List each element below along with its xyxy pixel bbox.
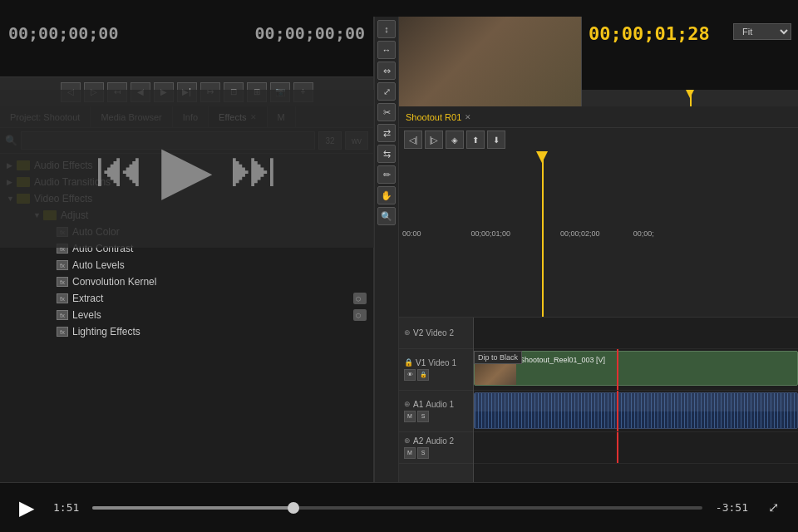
a1-s-btn[interactable]: S bbox=[417, 411, 429, 422]
mark-out-btn[interactable]: ▷ bbox=[84, 82, 104, 102]
tl-add-marker-btn[interactable]: ◈ bbox=[446, 131, 464, 149]
tab-project[interactable]: Project: Shootout bbox=[0, 106, 91, 127]
effects-32-btn[interactable]: 32 bbox=[318, 131, 342, 150]
effect-icon: fx bbox=[57, 310, 68, 320]
tree-lighting-effects[interactable]: fx Lighting Effects bbox=[0, 323, 373, 340]
tab-m[interactable]: M bbox=[268, 106, 296, 127]
razor-tool-btn[interactable]: ✂ bbox=[377, 103, 396, 121]
transition-label: Dip to Black bbox=[474, 351, 522, 364]
tree-extract[interactable]: fx Extract ⬡ bbox=[0, 290, 373, 307]
slip-tool-btn[interactable]: ⇄ bbox=[377, 124, 396, 142]
tab-effects-close[interactable]: ✕ bbox=[250, 113, 257, 121]
track-label-a2: ⊕ A2 Audio 2 M S bbox=[399, 432, 473, 464]
mark-in-btn[interactable]: ◁ bbox=[61, 82, 81, 102]
tab-info[interactable]: Info bbox=[173, 106, 209, 127]
folder-icon bbox=[17, 194, 30, 204]
play-btn[interactable]: ▶ bbox=[154, 82, 174, 102]
tree-audio-transitions[interactable]: ▶ Audio Transitions bbox=[0, 174, 373, 190]
effects-tree: ▶ Audio Effects ▶ Audio Transitions ▼ Vi… bbox=[0, 154, 373, 482]
tl-mark-out-btn[interactable]: |▷ bbox=[425, 131, 443, 149]
playhead-a2 bbox=[617, 432, 618, 463]
tools-panel: ↕ ↔ ⇔ ⤢ ✂ ⇄ ⇆ ✏ ✋ 🔍 bbox=[374, 17, 399, 482]
goto-in-btn[interactable]: ↤ bbox=[107, 82, 127, 102]
effect-icon: fx bbox=[57, 277, 68, 287]
track-row-v1: Dip to Black Shootout_Reel01_003 [V] bbox=[474, 349, 798, 391]
ripple-edit-tool-btn[interactable]: ↔ bbox=[377, 41, 396, 59]
track-label-v1: 🔒 V1 Video 1 👁 🔒 bbox=[399, 349, 473, 391]
waveform-a1-lower bbox=[475, 411, 797, 428]
clip-label-v1: Shootout_Reel01_003 [V] bbox=[516, 352, 608, 385]
export-btn[interactable]: 📷 bbox=[270, 82, 290, 102]
tl-extract-btn[interactable]: ⬇ bbox=[487, 131, 505, 149]
effect-icon: fx bbox=[57, 327, 68, 337]
tree-levels[interactable]: fx Levels ⬡ bbox=[0, 307, 373, 323]
sync-icon-v1: 🔒 bbox=[404, 358, 413, 367]
fullscreen-button[interactable]: ⤢ bbox=[761, 496, 785, 520]
track-row-a2 bbox=[474, 432, 798, 464]
tree-auto-color[interactable]: fx Auto Color bbox=[0, 224, 373, 240]
arrow-icon: ▶ bbox=[7, 161, 17, 170]
effects-search-input[interactable] bbox=[21, 131, 315, 150]
pen-tool-btn[interactable]: ✏ bbox=[377, 165, 396, 184]
effect-icon: fx bbox=[57, 293, 68, 303]
rolling-edit-tool-btn[interactable]: ⇔ bbox=[377, 62, 396, 80]
effects-wv-btn[interactable]: wv bbox=[345, 131, 368, 150]
step-fwd-btn[interactable]: ▶| bbox=[177, 82, 197, 102]
a1-m-btn[interactable]: M bbox=[404, 411, 416, 422]
selection-tool-btn[interactable]: ↕ bbox=[377, 20, 396, 38]
preview-top: 00;00;00;00 00;00;00;00 ◁ ▷ ↤ ◀ ▶ ▶| ↦ ⊡… bbox=[0, 17, 373, 106]
timeline-tab-row: Shootout R01 ✕ bbox=[399, 106, 798, 128]
tracks-area: Dip to Black Shootout_Reel01_003 [V] bbox=[474, 318, 798, 483]
timecode-right-top: 00;00;00;00 bbox=[255, 23, 365, 43]
sync-icon-a2: ⊕ bbox=[404, 436, 411, 445]
insert-btn[interactable]: ⊡ bbox=[224, 82, 244, 102]
v2-label: V2 bbox=[413, 328, 423, 337]
slide-tool-btn[interactable]: ⇆ bbox=[377, 145, 396, 163]
audio-clip-a1[interactable] bbox=[474, 392, 798, 429]
hand-tool-btn[interactable]: ✋ bbox=[377, 186, 396, 204]
preview-controls: ◁ ▷ ↤ ◀ ▶ ▶| ↦ ⊡ ⊞ 📷 + bbox=[0, 76, 373, 106]
v1-lock-btn[interactable]: 🔒 bbox=[417, 369, 429, 381]
play-button-main[interactable]: ▶ bbox=[13, 495, 40, 521]
video1-label: Video 1 bbox=[428, 358, 456, 367]
tl-mark-in-btn[interactable]: ◁| bbox=[404, 131, 422, 149]
track-row-a1 bbox=[474, 391, 798, 432]
tree-auto-levels[interactable]: fx Auto Levels bbox=[0, 257, 373, 273]
arrow-icon: ▼ bbox=[7, 195, 17, 203]
timeline-main: ⊕ V2 Video 2 🔒 V1 Video 1 bbox=[399, 318, 798, 483]
tab-effects[interactable]: Effects ✕ bbox=[209, 106, 267, 127]
tree-adjust[interactable]: ▼ Adjust bbox=[0, 207, 373, 224]
audio2-label: Audio 2 bbox=[426, 436, 454, 446]
zoom-tool-btn[interactable]: 🔍 bbox=[377, 207, 396, 225]
tree-video-effects[interactable]: ▼ Video Effects bbox=[0, 190, 373, 207]
rate-stretch-tool-btn[interactable]: ⤢ bbox=[377, 82, 396, 101]
a1-label: A1 bbox=[413, 400, 423, 409]
fit-dropdown[interactable]: Fit bbox=[733, 23, 791, 40]
goto-out-btn[interactable]: ↦ bbox=[200, 82, 220, 102]
svg-text:⬡: ⬡ bbox=[356, 296, 361, 302]
tree-audio-effects[interactable]: ▶ Audio Effects bbox=[0, 157, 373, 174]
folder-icon bbox=[43, 210, 57, 220]
progress-thumb[interactable] bbox=[288, 502, 299, 514]
a2-m-btn[interactable]: M bbox=[404, 447, 416, 459]
video-clip-v1[interactable]: Shootout_Reel01_003 [V] bbox=[474, 351, 798, 386]
tl-lift-btn[interactable]: ⬆ bbox=[466, 131, 485, 149]
a2-s-btn[interactable]: S bbox=[417, 447, 429, 459]
effects-tabs-row: Project: Shootout Media Browser Info Eff… bbox=[0, 106, 373, 128]
progress-track[interactable] bbox=[92, 506, 702, 510]
tree-convolution-kernel[interactable]: fx Convolution Kernel bbox=[0, 273, 373, 290]
timeline-tab-close[interactable]: ✕ bbox=[465, 113, 471, 121]
step-back-btn[interactable]: ◀ bbox=[131, 82, 150, 102]
search-icon: 🔍 bbox=[5, 135, 17, 146]
timeline-ruler: 00:00 00;00;01;00 00;00;02;00 00;00; bbox=[399, 151, 798, 318]
levels-badge: ⬡ bbox=[353, 309, 367, 321]
tab-media-browser[interactable]: Media Browser bbox=[91, 106, 172, 127]
add-btn[interactable]: + bbox=[293, 82, 313, 102]
v1-eye-btn[interactable]: 👁 bbox=[404, 369, 416, 381]
progress-fill bbox=[92, 506, 293, 510]
overwrite-btn[interactable]: ⊞ bbox=[247, 82, 267, 102]
effects-search-row: 🔍 32 wv bbox=[0, 128, 373, 154]
folder-icon bbox=[17, 160, 30, 170]
tree-auto-contrast[interactable]: fx Auto Contrast bbox=[0, 240, 373, 257]
extract-badge: ⬡ bbox=[353, 293, 367, 304]
